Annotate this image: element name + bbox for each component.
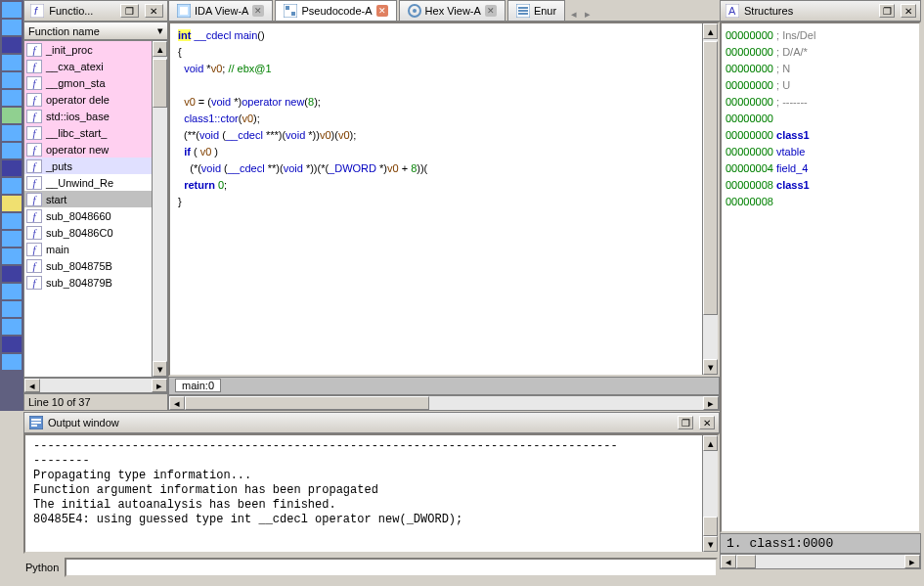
scroll-up-button[interactable]: ▴ — [153, 41, 167, 57]
scroll-left-button[interactable]: ◂ — [24, 379, 40, 392]
functions-vscroll[interactable]: ▴ ▾ — [152, 41, 167, 377]
function-row[interactable]: fsub_8048660 — [24, 207, 167, 224]
code-hscroll[interactable]: ◂ ▸ — [168, 395, 720, 411]
struct-line[interactable]: 00000000 ; Ins/Del — [726, 27, 915, 44]
function-name: sub_8048660 — [46, 210, 111, 222]
svg-rect-16 — [31, 419, 41, 421]
function-icon: f — [26, 226, 42, 240]
struct-line[interactable]: 00000000 ; U — [726, 77, 915, 94]
code-vscroll[interactable]: ▴ ▾ — [702, 23, 718, 375]
structures-view[interactable]: 00000000 ; Ins/Del00000000 ; D/A/*000000… — [720, 22, 921, 533]
restore-button[interactable]: ❐ — [120, 4, 139, 18]
scroll-right-button[interactable]: ▸ — [904, 555, 920, 568]
tab-pseudocode-a[interactable]: Pseudocode-A✕ — [275, 0, 396, 21]
output-titlebar[interactable]: Output window ❐ ✕ — [23, 412, 720, 433]
function-row[interactable]: fmain — [24, 241, 167, 257]
scroll-down-button[interactable]: ▾ — [703, 359, 718, 375]
scroll-left-button[interactable]: ◂ — [721, 555, 736, 568]
output-vscroll[interactable]: ▴ ▾ — [702, 435, 718, 552]
restore-button[interactable]: ❐ — [879, 4, 895, 18]
tabs-bar: IDA View-A✕Pseudocode-A✕Hex View-A✕Enur◂… — [168, 0, 720, 22]
function-name: _puts — [46, 160, 72, 172]
struct-line[interactable]: 00000000 vtable — [726, 144, 915, 160]
scroll-down-button[interactable]: ▾ — [153, 361, 167, 377]
close-button[interactable]: ✕ — [145, 4, 163, 18]
tab-nav-left[interactable]: ◂ — [567, 8, 581, 21]
scroll-right-button[interactable]: ▸ — [152, 379, 167, 392]
scroll-up-button[interactable]: ▴ — [703, 23, 718, 39]
struct-line[interactable]: 00000000 ; N — [726, 61, 915, 77]
scroll-thumb[interactable] — [703, 517, 718, 536]
structures-hscroll[interactable]: ◂ ▸ — [720, 554, 921, 569]
function-row[interactable]: fstd::ios_base — [24, 108, 167, 124]
scroll-right-button[interactable]: ▸ — [703, 396, 719, 410]
function-row[interactable]: f__gmon_sta — [24, 74, 167, 91]
function-row[interactable]: fsub_804875B — [24, 257, 167, 274]
close-icon[interactable]: ✕ — [376, 5, 388, 17]
scroll-thumb[interactable] — [153, 59, 167, 108]
function-name: sub_80486C0 — [46, 227, 113, 239]
struct-line[interactable]: 00000000 — [726, 111, 915, 127]
function-row[interactable]: fsub_80486C0 — [24, 224, 167, 241]
restore-button[interactable]: ❐ — [678, 416, 693, 429]
svg-point-8 — [413, 9, 417, 13]
output-line: Propagating type information... — [33, 469, 710, 483]
struct-line[interactable]: 00000000 ; D/A/* — [726, 44, 915, 61]
function-name: main — [46, 244, 69, 255]
struct-line[interactable]: 00000008 — [726, 194, 915, 210]
tab-label: Hex View-A — [425, 5, 481, 17]
struct-icon: A — [725, 3, 740, 19]
structures-titlebar[interactable]: A Structures ❐ ✕ — [720, 0, 921, 22]
pseudocode-view[interactable]: int __cdecl main() { void *v0; // ebx@1 … — [168, 22, 720, 377]
close-icon[interactable]: ✕ — [252, 5, 264, 17]
function-name: std::ios_base — [46, 111, 110, 122]
navigation-strip[interactable] — [0, 0, 23, 411]
struct-line[interactable]: 00000000 ; ------- — [726, 94, 915, 111]
structures-title: Structures — [744, 5, 793, 17]
function-row[interactable]: fstart — [24, 191, 167, 207]
output-line: The initial autoanalysis has been finish… — [33, 498, 710, 513]
function-icon: f — [26, 159, 42, 173]
tab-hex-view-a[interactable]: Hex View-A✕ — [399, 0, 506, 21]
function-name: operator dele — [46, 94, 110, 106]
svg-rect-6 — [291, 12, 295, 16]
svg-rect-11 — [518, 10, 528, 12]
function-row[interactable]: f_init_proc — [24, 41, 167, 58]
code-footer: main:0 — [168, 377, 720, 395]
function-row[interactable]: f__Unwind_Re — [24, 174, 167, 191]
svg-rect-17 — [31, 422, 41, 424]
functions-list[interactable]: f_init_procf__cxa_atexif__gmon_stafopera… — [23, 40, 168, 378]
functions-hscroll[interactable]: ◂ ▸ — [23, 378, 168, 393]
struct-line[interactable]: 00000004 field_4 — [726, 160, 915, 177]
function-name: sub_804875B — [46, 260, 112, 272]
function-icon: f — [26, 193, 42, 206]
function-row[interactable]: f_puts — [24, 158, 167, 174]
function-icon: f — [26, 276, 42, 290]
close-button[interactable]: ✕ — [901, 4, 916, 18]
function-row[interactable]: f__libc_start_ — [24, 124, 167, 141]
struct-line[interactable]: 00000000 class1 — [726, 127, 915, 144]
svg-rect-5 — [286, 6, 289, 10]
tab-nav-right[interactable]: ▸ — [581, 8, 594, 21]
functions-titlebar[interactable]: f Functio... ❐ ✕ — [23, 0, 168, 22]
tab-icon — [177, 4, 191, 18]
scroll-thumb[interactable] — [185, 396, 429, 410]
close-button[interactable]: ✕ — [699, 416, 715, 429]
scroll-thumb[interactable] — [736, 555, 756, 568]
functions-column-header[interactable]: Function name ▾ — [23, 22, 168, 40]
scroll-up-button[interactable]: ▴ — [703, 435, 718, 451]
svg-rect-18 — [31, 425, 37, 427]
python-input[interactable] — [65, 558, 718, 577]
function-row[interactable]: foperator dele — [24, 91, 167, 108]
function-row[interactable]: f__cxa_atexi — [24, 58, 167, 74]
struct-line[interactable]: 00000008 class1 — [726, 177, 915, 194]
function-row[interactable]: fsub_804879B — [24, 274, 167, 291]
tab-ida-view-a[interactable]: IDA View-A✕ — [168, 0, 273, 21]
function-row[interactable]: foperator new — [24, 141, 167, 158]
scroll-thumb[interactable] — [703, 41, 718, 315]
tab-enur[interactable]: Enur — [507, 0, 565, 21]
close-icon[interactable]: ✕ — [485, 5, 497, 17]
scroll-left-button[interactable]: ◂ — [169, 396, 185, 410]
scroll-down-button[interactable]: ▾ — [703, 536, 718, 552]
output-text[interactable]: ----------------------------------------… — [23, 433, 720, 554]
